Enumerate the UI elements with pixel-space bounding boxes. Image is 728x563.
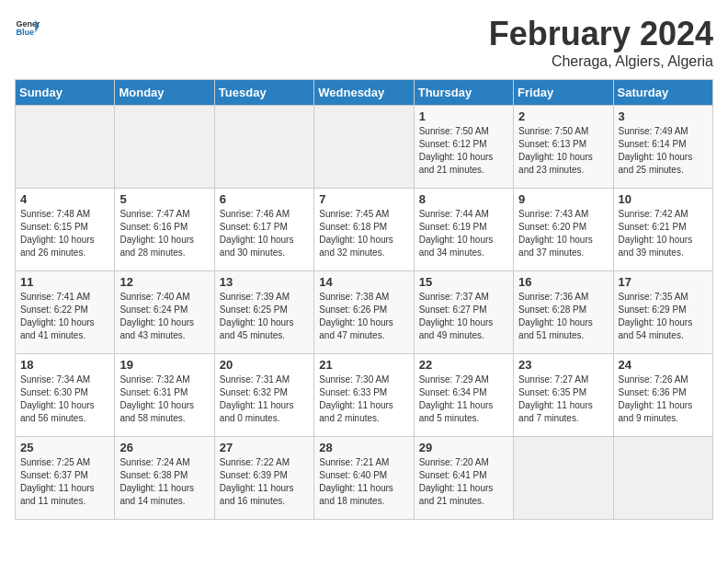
calendar-cell: 8Sunrise: 7:44 AM Sunset: 6:19 PM Daylig… — [414, 189, 513, 271]
calendar-cell: 23Sunrise: 7:27 AM Sunset: 6:35 PM Dayli… — [514, 354, 613, 437]
day-number: 10 — [619, 192, 708, 206]
calendar-cell: 3Sunrise: 7:49 AM Sunset: 6:14 PM Daylig… — [613, 106, 712, 189]
calendar-cell — [214, 106, 313, 189]
calendar-cell: 28Sunrise: 7:21 AM Sunset: 6:40 PM Dayli… — [314, 437, 414, 520]
calendar-cell: 26Sunrise: 7:24 AM Sunset: 6:38 PM Dayli… — [115, 437, 214, 520]
day-number: 13 — [220, 275, 309, 289]
day-info: Sunrise: 7:20 AM Sunset: 6:41 PM Dayligh… — [419, 456, 508, 508]
calendar-week-row: 1Sunrise: 7:50 AM Sunset: 6:12 PM Daylig… — [16, 106, 713, 189]
weekday-header: Sunday — [16, 80, 115, 106]
day-info: Sunrise: 7:22 AM Sunset: 6:39 PM Dayligh… — [220, 456, 309, 508]
day-info: Sunrise: 7:40 AM Sunset: 6:24 PM Dayligh… — [119, 291, 209, 342]
calendar-cell: 22Sunrise: 7:29 AM Sunset: 6:34 PM Dayli… — [414, 354, 513, 437]
day-info: Sunrise: 7:47 AM Sunset: 6:16 PM Dayligh… — [119, 208, 209, 259]
day-info: Sunrise: 7:45 AM Sunset: 6:18 PM Dayligh… — [319, 208, 408, 259]
day-number: 14 — [319, 275, 408, 289]
calendar-week-row: 4Sunrise: 7:48 AM Sunset: 6:15 PM Daylig… — [16, 189, 713, 271]
title-area: February 2024 Cheraga, Algiers, Algeria — [489, 15, 713, 70]
weekday-header: Thursday — [414, 80, 513, 106]
day-number: 25 — [20, 441, 109, 454]
calendar-cell: 29Sunrise: 7:20 AM Sunset: 6:41 PM Dayli… — [414, 437, 513, 520]
weekday-header: Tuesday — [214, 80, 313, 106]
day-number: 7 — [319, 192, 408, 206]
day-info: Sunrise: 7:26 AM Sunset: 6:36 PM Dayligh… — [619, 373, 708, 425]
day-info: Sunrise: 7:43 AM Sunset: 6:20 PM Dayligh… — [518, 208, 608, 259]
day-number: 6 — [220, 192, 309, 206]
weekday-header: Wednesday — [314, 80, 414, 106]
calendar-cell: 16Sunrise: 7:36 AM Sunset: 6:28 PM Dayli… — [514, 271, 613, 354]
calendar-cell: 15Sunrise: 7:37 AM Sunset: 6:27 PM Dayli… — [414, 271, 513, 354]
weekday-header-row: SundayMondayTuesdayWednesdayThursdayFrid… — [16, 80, 713, 106]
day-number: 28 — [319, 441, 408, 454]
day-info: Sunrise: 7:38 AM Sunset: 6:26 PM Dayligh… — [319, 291, 408, 342]
day-number: 5 — [119, 192, 209, 206]
calendar-cell: 10Sunrise: 7:42 AM Sunset: 6:21 PM Dayli… — [613, 189, 712, 271]
day-info: Sunrise: 7:21 AM Sunset: 6:40 PM Dayligh… — [319, 456, 408, 508]
day-number: 23 — [518, 358, 608, 372]
day-number: 9 — [518, 192, 608, 206]
day-info: Sunrise: 7:42 AM Sunset: 6:21 PM Dayligh… — [619, 208, 708, 259]
logo: General Blue — [15, 15, 40, 40]
calendar-cell: 7Sunrise: 7:45 AM Sunset: 6:18 PM Daylig… — [314, 189, 414, 271]
weekday-header: Saturday — [613, 80, 712, 106]
day-info: Sunrise: 7:37 AM Sunset: 6:27 PM Dayligh… — [419, 291, 508, 342]
day-info: Sunrise: 7:50 AM Sunset: 6:12 PM Dayligh… — [419, 125, 508, 177]
day-info: Sunrise: 7:35 AM Sunset: 6:29 PM Dayligh… — [619, 291, 708, 342]
day-info: Sunrise: 7:30 AM Sunset: 6:33 PM Dayligh… — [319, 373, 408, 425]
day-number: 3 — [619, 109, 708, 123]
calendar-cell — [613, 437, 712, 520]
day-number: 24 — [619, 358, 708, 372]
day-number: 16 — [518, 275, 608, 289]
day-info: Sunrise: 7:46 AM Sunset: 6:17 PM Dayligh… — [220, 208, 309, 259]
calendar-cell — [514, 437, 613, 520]
calendar-cell: 1Sunrise: 7:50 AM Sunset: 6:12 PM Daylig… — [414, 106, 513, 189]
svg-text:Blue: Blue — [16, 28, 34, 37]
day-info: Sunrise: 7:32 AM Sunset: 6:31 PM Dayligh… — [119, 373, 209, 425]
day-number: 8 — [419, 192, 508, 206]
calendar-cell: 14Sunrise: 7:38 AM Sunset: 6:26 PM Dayli… — [314, 271, 414, 354]
calendar-cell: 13Sunrise: 7:39 AM Sunset: 6:25 PM Dayli… — [214, 271, 313, 354]
header: General Blue February 2024 Cheraga, Algi… — [15, 15, 713, 70]
calendar-week-row: 11Sunrise: 7:41 AM Sunset: 6:22 PM Dayli… — [16, 271, 713, 354]
day-number: 27 — [220, 441, 309, 454]
day-number: 21 — [319, 358, 408, 372]
calendar-cell: 18Sunrise: 7:34 AM Sunset: 6:30 PM Dayli… — [16, 354, 115, 437]
calendar-cell — [16, 106, 115, 189]
day-number: 4 — [20, 192, 109, 206]
calendar-cell: 6Sunrise: 7:46 AM Sunset: 6:17 PM Daylig… — [214, 189, 313, 271]
calendar-week-row: 18Sunrise: 7:34 AM Sunset: 6:30 PM Dayli… — [16, 354, 713, 437]
calendar-cell: 5Sunrise: 7:47 AM Sunset: 6:16 PM Daylig… — [115, 189, 214, 271]
day-number: 1 — [419, 109, 508, 123]
month-year: February 2024 — [489, 15, 713, 53]
day-number: 2 — [518, 109, 608, 123]
weekday-header: Monday — [115, 80, 214, 106]
day-info: Sunrise: 7:50 AM Sunset: 6:13 PM Dayligh… — [518, 125, 608, 177]
day-number: 26 — [119, 441, 209, 454]
day-info: Sunrise: 7:29 AM Sunset: 6:34 PM Dayligh… — [419, 373, 508, 425]
day-info: Sunrise: 7:39 AM Sunset: 6:25 PM Dayligh… — [220, 291, 309, 342]
day-info: Sunrise: 7:48 AM Sunset: 6:15 PM Dayligh… — [20, 208, 109, 259]
calendar-table: SundayMondayTuesdayWednesdayThursdayFrid… — [15, 79, 713, 520]
calendar-cell: 17Sunrise: 7:35 AM Sunset: 6:29 PM Dayli… — [613, 271, 712, 354]
day-number: 29 — [419, 441, 508, 454]
weekday-header: Friday — [514, 80, 613, 106]
day-number: 15 — [419, 275, 508, 289]
calendar-cell: 27Sunrise: 7:22 AM Sunset: 6:39 PM Dayli… — [214, 437, 313, 520]
calendar-cell: 24Sunrise: 7:26 AM Sunset: 6:36 PM Dayli… — [613, 354, 712, 437]
calendar-cell: 20Sunrise: 7:31 AM Sunset: 6:32 PM Dayli… — [214, 354, 313, 437]
day-info: Sunrise: 7:31 AM Sunset: 6:32 PM Dayligh… — [220, 373, 309, 425]
calendar-cell: 25Sunrise: 7:25 AM Sunset: 6:37 PM Dayli… — [16, 437, 115, 520]
day-number: 20 — [220, 358, 309, 372]
calendar-cell: 11Sunrise: 7:41 AM Sunset: 6:22 PM Dayli… — [16, 271, 115, 354]
location: Cheraga, Algiers, Algeria — [489, 53, 713, 70]
day-info: Sunrise: 7:36 AM Sunset: 6:28 PM Dayligh… — [518, 291, 608, 342]
day-number: 22 — [419, 358, 508, 372]
day-info: Sunrise: 7:25 AM Sunset: 6:37 PM Dayligh… — [20, 456, 109, 508]
calendar-cell: 2Sunrise: 7:50 AM Sunset: 6:13 PM Daylig… — [514, 106, 613, 189]
calendar-cell: 21Sunrise: 7:30 AM Sunset: 6:33 PM Dayli… — [314, 354, 414, 437]
day-number: 18 — [20, 358, 109, 372]
calendar-cell — [115, 106, 214, 189]
day-number: 19 — [119, 358, 209, 372]
calendar-week-row: 25Sunrise: 7:25 AM Sunset: 6:37 PM Dayli… — [16, 437, 713, 520]
day-number: 11 — [20, 275, 109, 289]
